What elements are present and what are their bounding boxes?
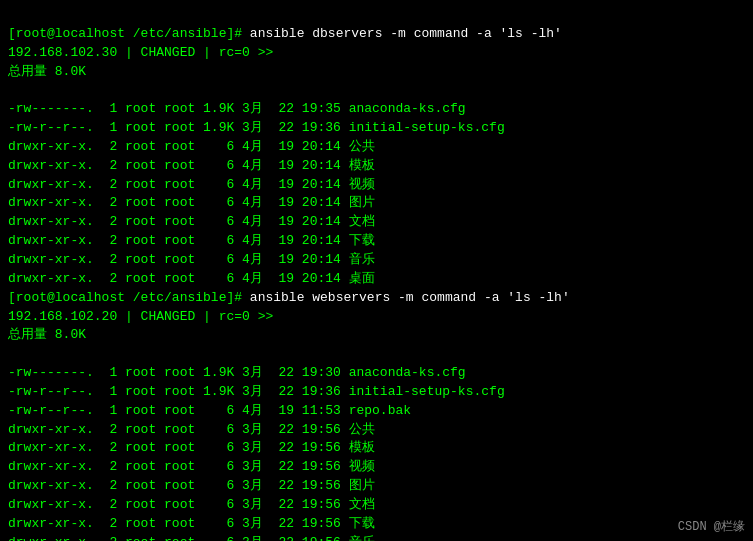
line-1: [root@localhost /etc/ansible]# ansible d…: [8, 26, 562, 41]
line-26: drwxr-xr-x. 2 root root 6 3月 22 19:56 文档: [8, 497, 375, 512]
line-25: drwxr-xr-x. 2 root root 6 3月 22 19:56 图片: [8, 478, 375, 493]
line-7: drwxr-xr-x. 2 root root 6 4月 19 20:14 公共: [8, 139, 375, 154]
prompt-1: [root@localhost /etc/ansible]#: [8, 26, 250, 41]
line-27: drwxr-xr-x. 2 root root 6 3月 22 19:56 下载: [8, 516, 375, 531]
line-8: drwxr-xr-x. 2 root root 6 4月 19 20:14 模板: [8, 158, 375, 173]
line-9: drwxr-xr-x. 2 root root 6 4月 19 20:14 视频: [8, 177, 375, 192]
line-16: 192.168.102.20 | CHANGED | rc=0 >>: [8, 309, 273, 324]
line-15: [root@localhost /etc/ansible]# ansible w…: [8, 290, 570, 305]
line-5: -rw-------. 1 root root 1.9K 3月 22 19:35…: [8, 101, 466, 116]
line-19: -rw-------. 1 root root 1.9K 3月 22 19:30…: [8, 365, 466, 380]
terminal: [root@localhost /etc/ansible]# ansible d…: [0, 0, 753, 541]
line-12: drwxr-xr-x. 2 root root 6 4月 19 20:14 下载: [8, 233, 375, 248]
line-24: drwxr-xr-x. 2 root root 6 3月 22 19:56 视频: [8, 459, 375, 474]
line-23: drwxr-xr-x. 2 root root 6 3月 22 19:56 模板: [8, 440, 375, 455]
line-14: drwxr-xr-x. 2 root root 6 4月 19 20:14 桌面: [8, 271, 375, 286]
command-1: ansible dbservers -m command -a 'ls -lh': [250, 26, 562, 41]
line-13: drwxr-xr-x. 2 root root 6 4月 19 20:14 音乐: [8, 252, 375, 267]
line-17: 总用量 8.0K: [8, 327, 86, 342]
line-10: drwxr-xr-x. 2 root root 6 4月 19 20:14 图片: [8, 195, 375, 210]
watermark: CSDN @栏缘: [678, 518, 745, 535]
line-3: 总用量 8.0K: [8, 64, 86, 79]
line-2: 192.168.102.30 | CHANGED | rc=0 >>: [8, 45, 273, 60]
line-11: drwxr-xr-x. 2 root root 6 4月 19 20:14 文档: [8, 214, 375, 229]
line-20: -rw-r--r--. 1 root root 1.9K 3月 22 19:36…: [8, 384, 505, 399]
prompt-2: [root@localhost /etc/ansible]#: [8, 290, 250, 305]
line-6: -rw-r--r--. 1 root root 1.9K 3月 22 19:36…: [8, 120, 505, 135]
line-21: -rw-r--r--. 1 root root 6 4月 19 11:53 re…: [8, 403, 411, 418]
command-2: ansible webservers -m command -a 'ls -lh…: [250, 290, 570, 305]
line-22: drwxr-xr-x. 2 root root 6 3月 22 19:56 公共: [8, 422, 375, 437]
line-28: drwxr-xr-x. 2 root root 6 3月 22 19:56 音乐: [8, 535, 375, 541]
